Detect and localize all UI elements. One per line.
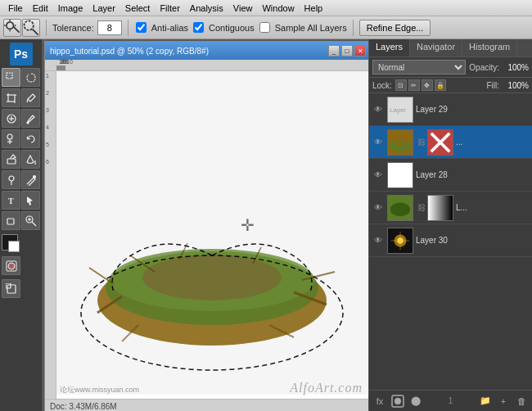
spot-heal-tool[interactable] <box>2 109 20 128</box>
svg-text:T: T <box>8 196 14 206</box>
eraser-tool[interactable] <box>2 150 20 169</box>
menu-analysis[interactable]: Analysis <box>185 2 228 14</box>
adjustment-layer-btn[interactable]: ⬤ <box>408 394 423 409</box>
menu-help[interactable]: Help <box>300 2 328 14</box>
maximize-button[interactable]: □ <box>341 45 353 56</box>
brush-tool[interactable] <box>21 109 40 128</box>
quick-mask-mode[interactable] <box>2 256 20 275</box>
svg-point-33 <box>8 263 15 269</box>
layer-visibility-btn[interactable]: 👁 <box>372 235 384 246</box>
layer-thumb-nest <box>387 129 413 156</box>
layer-name-l: L... <box>456 203 529 212</box>
anti-alias-label: Anti-alias <box>151 23 188 33</box>
menu-file[interactable]: File <box>3 2 28 14</box>
svg-rect-36 <box>56 71 367 395</box>
tab-navigator[interactable]: Navigator <box>410 39 462 56</box>
add-mask-btn[interactable] <box>390 394 405 409</box>
watermark-cn: 论坛www.missyuan.com <box>60 385 139 395</box>
paint-bucket-tool[interactable] <box>21 150 40 169</box>
contiguous-checkbox[interactable] <box>193 22 204 33</box>
layer-item-30[interactable]: 👁 Layer 30 <box>369 224 532 257</box>
crop-tool[interactable] <box>2 88 20 107</box>
sample-all-checkbox[interactable] <box>259 22 270 33</box>
history-brush-tool[interactable] <box>21 129 40 148</box>
layer-visibility-btn[interactable]: 👁 <box>372 202 384 214</box>
path-select-tool[interactable] <box>21 191 40 210</box>
canvas-with-ruler: 123456 <box>45 71 368 399</box>
layer-visibility-btn[interactable]: 👁 <box>372 104 384 115</box>
svg-point-62 <box>390 202 410 216</box>
refine-edge-button[interactable]: Refine Edge... <box>359 20 431 36</box>
minimize-button[interactable]: _ <box>328 45 340 56</box>
close-button[interactable]: ✕ <box>354 45 366 56</box>
tolerance-input[interactable] <box>97 20 122 35</box>
layer-item-28[interactable]: 👁 Layer 28 <box>369 159 532 192</box>
menu-filter[interactable]: Filter <box>155 2 184 14</box>
type-tool[interactable]: T <box>2 191 20 210</box>
svg-rect-27 <box>7 219 14 224</box>
lasso-tool[interactable] <box>21 68 40 87</box>
clone-stamp-tool[interactable] <box>2 129 20 148</box>
layer-visibility-btn[interactable]: 👁 <box>372 137 384 148</box>
delete-layer-btn[interactable]: 🗑 <box>514 394 529 409</box>
blend-mode-select[interactable]: Normal Multiply Screen Overlay <box>372 60 466 75</box>
layer-item-l[interactable]: 👁 ⛓ <box>369 192 532 224</box>
svg-rect-8 <box>7 73 12 79</box>
shape-tool[interactable] <box>2 211 20 230</box>
layer-item-selected[interactable]: 👁 ⛓ <box>369 126 532 159</box>
dodge-tool[interactable] <box>2 170 20 189</box>
layer-name-30: Layer 30 <box>416 236 529 245</box>
canvas-window: hippo_tutorial.psd @ 50% (2 copy, RGB/8#… <box>44 41 368 411</box>
tool-panel: Ps <box>0 39 43 411</box>
menu-bar: File Edit Image Layer Select Filter Anal… <box>0 0 532 16</box>
contiguous-label: Contiguous <box>209 23 255 33</box>
tab-layers[interactable]: Layers <box>369 39 410 56</box>
layer-name-28: Layer 28 <box>416 170 529 179</box>
layer-thumb-green <box>387 195 413 221</box>
layer-name: Layer 29 <box>416 105 529 114</box>
selection-tool[interactable] <box>2 68 20 87</box>
svg-point-25 <box>33 175 35 178</box>
tab-histogram[interactable]: Histogram <box>462 39 517 56</box>
new-layer-btn[interactable]: + <box>496 394 511 409</box>
magic-wand-tool[interactable] <box>3 19 21 37</box>
layer-effects-btn[interactable]: fx <box>372 394 387 409</box>
toolbar-separator-1 <box>46 20 47 36</box>
layer-chain-icon-2: ⛓ <box>417 203 426 212</box>
svg-point-40 <box>142 255 282 300</box>
tolerance-label: Tolerance: <box>52 23 94 33</box>
svg-rect-35 <box>6 283 11 288</box>
layer-item[interactable]: 👁 Layer Layer 29 <box>369 93 532 126</box>
canvas-area: hippo_tutorial.psd @ 50% (2 copy, RGB/8#… <box>43 39 368 411</box>
anti-alias-checkbox[interactable] <box>136 22 147 33</box>
lock-label: Lock: <box>372 81 392 90</box>
screen-mode[interactable] <box>2 279 20 298</box>
layer-visibility-btn[interactable]: 👁 <box>372 169 384 181</box>
new-group-btn[interactable]: 📁 <box>478 394 493 409</box>
layers-list: 👁 Layer Layer 29 👁 ⛓ <box>369 93 532 390</box>
canvas-content[interactable]: ✛ 论坛www.missyuan.com AlfoArt.com <box>56 71 368 399</box>
svg-rect-63 <box>428 196 453 220</box>
eyedropper-tool[interactable] <box>21 88 40 107</box>
sample-all-label: Sample All Layers <box>275 23 347 33</box>
canvas-title: hippo_tutorial.psd @ 50% (2 copy, RGB/8#… <box>50 47 209 56</box>
lock-transparent-btn[interactable]: ⊡ <box>395 79 407 91</box>
menu-edit[interactable]: Edit <box>28 2 53 14</box>
svg-point-23 <box>9 176 14 181</box>
foreground-color[interactable] <box>2 234 18 251</box>
menu-image[interactable]: Image <box>53 2 88 14</box>
layer-thumbnail: Layer <box>387 97 413 123</box>
lock-move-btn[interactable]: ✥ <box>422 79 433 91</box>
lock-all-btn[interactable]: 🔒 <box>435 79 446 91</box>
quick-select-tool[interactable] <box>22 19 40 37</box>
lock-paint-btn[interactable]: ✏ <box>408 79 420 91</box>
fill-label: Fill: <box>486 81 499 90</box>
zoom-tool[interactable] <box>21 211 40 230</box>
pen-tool[interactable] <box>21 170 40 189</box>
menu-select[interactable]: Select <box>120 2 156 14</box>
menu-window[interactable]: Window <box>257 2 299 14</box>
menu-layer[interactable]: Layer <box>88 2 120 14</box>
svg-point-1 <box>7 21 14 29</box>
menu-view[interactable]: View <box>228 2 258 14</box>
main-area: Ps <box>0 39 532 411</box>
